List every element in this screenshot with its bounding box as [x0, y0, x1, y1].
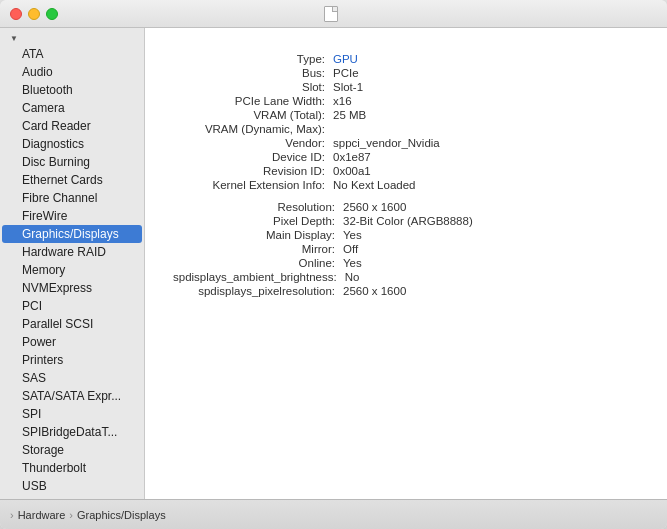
property-row: Type:GPU: [163, 52, 649, 66]
document-icon: [324, 6, 338, 22]
breadcrumb-arrow-start: ›: [10, 509, 14, 521]
property-row: Bus:PCIe: [163, 66, 649, 80]
display-prop-label: Online:: [173, 257, 343, 269]
triangle-down-icon: ▼: [10, 34, 18, 43]
display-prop-label: Mirror:: [173, 243, 343, 255]
prop-label: Vendor:: [163, 137, 333, 149]
main-layout: ▼ ATAAudioBluetoothCameraCard ReaderDiag…: [0, 28, 667, 499]
sidebar-item-hardware-raid[interactable]: Hardware RAID: [0, 243, 144, 261]
display-prop-label: Pixel Depth:: [173, 215, 343, 227]
sidebar-item-storage[interactable]: Storage: [0, 441, 144, 459]
property-row: VRAM (Total):25 MB: [163, 108, 649, 122]
display-property-row: spdisplays_pixelresolution:2560 x 1600: [173, 284, 649, 298]
sidebar-item-diagnostics[interactable]: Diagnostics: [0, 135, 144, 153]
display-prop-value: No: [345, 271, 360, 283]
content-area: Type:GPUBus:PCIeSlot:Slot-1PCIe Lane Wid…: [145, 28, 667, 499]
prop-label: Slot:: [163, 81, 333, 93]
window-controls: [10, 8, 58, 20]
prop-value: Slot-1: [333, 81, 363, 93]
sidebar-item-memory[interactable]: Memory: [0, 261, 144, 279]
maximize-button[interactable]: [46, 8, 58, 20]
prop-value: sppci_vendor_Nvidia: [333, 137, 440, 149]
sidebar-item-spi-bridge[interactable]: SPIBridgeDataT...: [0, 423, 144, 441]
display-prop-label: spdisplays_ambient_brightness:: [173, 271, 345, 283]
main-props-list: Type:GPUBus:PCIeSlot:Slot-1PCIe Lane Wid…: [163, 52, 649, 192]
sidebar-item-firewire[interactable]: FireWire: [0, 207, 144, 225]
display-property-row: Mirror:Off: [173, 242, 649, 256]
sidebar-item-graphics-displays[interactable]: Graphics/Displays: [2, 225, 142, 243]
sidebar-item-parallel-scsi[interactable]: Parallel SCSI: [0, 315, 144, 333]
property-row: Vendor:sppci_vendor_Nvidia: [163, 136, 649, 150]
sidebar-section-hardware: ▼: [0, 28, 144, 45]
property-row: Device ID:0x1e87: [163, 150, 649, 164]
display-prop-value: 32-Bit Color (ARGB8888): [343, 215, 473, 227]
displays-subsection: Resolution:2560 x 1600Pixel Depth:32-Bit…: [163, 196, 649, 298]
footer-breadcrumb: › Hardware › Graphics/Displays: [0, 499, 667, 529]
prop-label: Kernel Extension Info:: [163, 179, 333, 191]
sidebar-item-camera[interactable]: Camera: [0, 99, 144, 117]
prop-label: VRAM (Total):: [163, 109, 333, 121]
sidebar-item-power[interactable]: Power: [0, 333, 144, 351]
main-properties: Type:GPUBus:PCIeSlot:Slot-1PCIe Lane Wid…: [163, 52, 649, 192]
display-property-row: Pixel Depth:32-Bit Color (ARGB8888): [173, 214, 649, 228]
display-props-list: Resolution:2560 x 1600Pixel Depth:32-Bit…: [173, 200, 649, 298]
display-prop-value: 2560 x 1600: [343, 201, 406, 213]
prop-label: PCIe Lane Width:: [163, 95, 333, 107]
sidebar-item-ethernet-cards[interactable]: Ethernet Cards: [0, 171, 144, 189]
display-prop-label: Main Display:: [173, 229, 343, 241]
prop-label: Revision ID:: [163, 165, 333, 177]
sidebar-item-sas[interactable]: SAS: [0, 369, 144, 387]
sidebar-item-ata[interactable]: ATA: [0, 45, 144, 63]
titlebar: [0, 0, 667, 28]
display-property-row: Main Display:Yes: [173, 228, 649, 242]
prop-value: x16: [333, 95, 352, 107]
display-prop-label: Resolution:: [173, 201, 343, 213]
prop-value: 0x1e87: [333, 151, 371, 163]
property-row: VRAM (Dynamic, Max):: [163, 122, 649, 136]
prop-label: Device ID:: [163, 151, 333, 163]
breadcrumb-separator: ›: [69, 509, 73, 521]
prop-value: No Kext Loaded: [333, 179, 415, 191]
hardware-items-list: ATAAudioBluetoothCameraCard ReaderDiagno…: [0, 45, 144, 499]
minimize-button[interactable]: [28, 8, 40, 20]
sidebar-item-audio[interactable]: Audio: [0, 63, 144, 81]
sidebar-item-nvmexpress[interactable]: NVMExpress: [0, 279, 144, 297]
property-row: Revision ID:0x00a1: [163, 164, 649, 178]
property-row: Slot:Slot-1: [163, 80, 649, 94]
prop-value: 25 MB: [333, 109, 366, 121]
prop-label: VRAM (Dynamic, Max):: [163, 123, 333, 135]
sidebar-item-pci[interactable]: PCI: [0, 297, 144, 315]
property-row: Kernel Extension Info:No Kext Loaded: [163, 178, 649, 192]
prop-label: Type:: [163, 53, 333, 65]
sidebar-item-sata[interactable]: SATA/SATA Expr...: [0, 387, 144, 405]
sidebar: ▼ ATAAudioBluetoothCameraCard ReaderDiag…: [0, 28, 145, 499]
sidebar-item-bluetooth[interactable]: Bluetooth: [0, 81, 144, 99]
display-prop-value: 2560 x 1600: [343, 285, 406, 297]
sidebar-item-disc-burning[interactable]: Disc Burning: [0, 153, 144, 171]
sidebar-item-thunderbolt[interactable]: Thunderbolt: [0, 459, 144, 477]
display-property-row: spdisplays_ambient_brightness:No: [173, 270, 649, 284]
prop-label: Bus:: [163, 67, 333, 79]
display-property-row: Online:Yes: [173, 256, 649, 270]
close-button[interactable]: [10, 8, 22, 20]
breadcrumb-graphics-displays[interactable]: Graphics/Displays: [77, 509, 166, 521]
display-prop-value: Yes: [343, 229, 362, 241]
display-prop-value: Yes: [343, 257, 362, 269]
breadcrumb-hardware[interactable]: Hardware: [18, 509, 66, 521]
display-property-row: Resolution:2560 x 1600: [173, 200, 649, 214]
prop-value: PCIe: [333, 67, 359, 79]
prop-value: 0x00a1: [333, 165, 371, 177]
sidebar-item-spi[interactable]: SPI: [0, 405, 144, 423]
property-row: PCIe Lane Width:x16: [163, 94, 649, 108]
sidebar-item-printers[interactable]: Printers: [0, 351, 144, 369]
prop-value: GPU: [333, 53, 358, 65]
sidebar-item-fibre-channel[interactable]: Fibre Channel: [0, 189, 144, 207]
window-title: [324, 6, 343, 22]
display-prop-value: Off: [343, 243, 358, 255]
sidebar-item-card-reader[interactable]: Card Reader: [0, 117, 144, 135]
display-prop-label: spdisplays_pixelresolution:: [173, 285, 343, 297]
sidebar-item-usb[interactable]: USB: [0, 477, 144, 495]
